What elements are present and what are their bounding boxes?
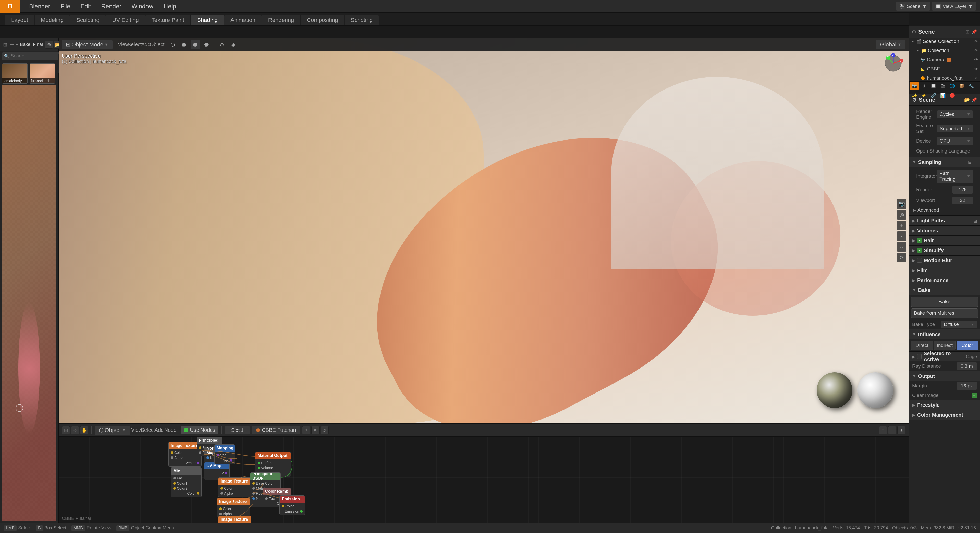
- node-select-btn[interactable]: Select: [143, 426, 152, 435]
- view-layer-btn[interactable]: 🔲: [929, 82, 938, 90]
- cbbe-eye[interactable]: 👁: [974, 67, 978, 71]
- tab-scripting[interactable]: Scripting: [345, 15, 379, 25]
- asset-item-2[interactable]: futanari_schl...: [30, 63, 55, 84]
- render-samples-input[interactable]: 128: [953, 186, 973, 194]
- bake-header[interactable]: ▼ Bake: [909, 286, 980, 295]
- viewport-3d[interactable]: ⊞ Object Mode ▼ View Select Add Object ⬡…: [59, 38, 908, 424]
- data-btn[interactable]: 📊: [939, 91, 947, 100]
- node-node-btn[interactable]: Node: [165, 426, 175, 435]
- ray-distance-input[interactable]: 0.3 m: [956, 362, 977, 370]
- influence-header[interactable]: ▼ Influence: [909, 330, 980, 339]
- node-view-btn[interactable]: View: [132, 426, 141, 435]
- node-2[interactable]: Mix Fac Color1 Color2 Color: [171, 467, 202, 497]
- output-header[interactable]: ▼ Output: [909, 371, 980, 381]
- node-10[interactable]: Image Texture Color Alpha: [217, 498, 250, 518]
- collection-item-1[interactable]: ▼ 📁 Collection 👁: [909, 46, 980, 55]
- camera-view-icon[interactable]: 📷: [897, 199, 907, 209]
- freestyle-header[interactable]: ▶ Freestyle: [909, 400, 980, 410]
- menu-blender[interactable]: Blender: [24, 1, 55, 11]
- props-pin-btn[interactable]: 📌: [971, 97, 977, 103]
- sampling-header[interactable]: ▼ Sampling ⊞ ⋮: [909, 157, 980, 167]
- bake-btn[interactable]: Bake: [911, 297, 978, 307]
- material-preview-btn[interactable]: ⬢: [191, 40, 200, 49]
- menu-edit[interactable]: Edit: [76, 1, 95, 11]
- cm-header[interactable]: ▶ Color Management: [909, 410, 980, 420]
- new-material-btn[interactable]: +: [302, 426, 310, 434]
- material-selector[interactable]: CBBE Futanari: [252, 426, 300, 434]
- asset-item[interactable]: femalebody_...: [2, 63, 27, 84]
- node-8[interactable]: Image Texture Color Alpha: [218, 477, 251, 497]
- indirect-btn[interactable]: Indirect: [934, 341, 956, 350]
- performance-header[interactable]: ▶ Performance: [909, 275, 980, 285]
- camera-eye[interactable]: 👁: [974, 58, 978, 62]
- hair-header[interactable]: ▶ ✓ Hair: [909, 236, 980, 245]
- bake-from-btn[interactable]: Bake from Multires: [911, 308, 978, 318]
- node-mode-btn[interactable]: ⊞: [62, 426, 70, 434]
- rendered-btn[interactable]: ⬣: [202, 40, 211, 49]
- tab-modeling[interactable]: Modeling: [35, 15, 70, 25]
- object-mode-btn[interactable]: ⊞ Object Mode ▼: [62, 40, 113, 49]
- object-props-btn[interactable]: 📦: [957, 82, 966, 90]
- tab-animation[interactable]: Animation: [224, 15, 262, 25]
- pan-icon[interactable]: ↔: [897, 242, 907, 252]
- device-select[interactable]: CPU ▼: [937, 137, 973, 145]
- render-engine-select[interactable]: Cycles ▼: [937, 110, 973, 118]
- tab-compositing[interactable]: Compositing: [301, 15, 344, 25]
- node-canvas[interactable]: Image Texture Color Alpha Vector Mix Fac…: [59, 436, 908, 523]
- volumes-header[interactable]: ▶ Volumes: [909, 226, 980, 235]
- scene-dropdown[interactable]: 🎬 Scene ▼: [896, 2, 930, 11]
- advanced-row[interactable]: ▶ Advanced: [912, 206, 977, 214]
- film-header[interactable]: ▶ Film: [909, 265, 980, 275]
- node-type-btn[interactable]: ⬡ Object ▼: [95, 426, 130, 435]
- sta-checkbox[interactable]: [917, 354, 921, 359]
- tab-layout[interactable]: Layout: [5, 15, 34, 25]
- node-menu-extra[interactable]: ⊞: [897, 426, 905, 434]
- select-btn[interactable]: Select: [130, 40, 139, 49]
- add-workspace-btn[interactable]: +: [379, 15, 391, 25]
- node-zoom-in[interactable]: +: [879, 426, 887, 434]
- xray-btn[interactable]: ◈: [229, 40, 238, 49]
- slot-selector[interactable]: Slot 1: [224, 427, 250, 434]
- mb-checkbox[interactable]: [917, 258, 922, 263]
- modifier-btn[interactable]: 🔧: [967, 82, 975, 90]
- new-image-btn[interactable]: ⊕: [45, 41, 53, 49]
- simplify-header[interactable]: ▶ ✓ Simplify: [909, 246, 980, 255]
- menu-help[interactable]: Help: [159, 1, 181, 11]
- use-nodes-toggle[interactable]: Use Nodes: [181, 426, 218, 434]
- menu-file[interactable]: File: [56, 1, 75, 11]
- browse-material-btn[interactable]: ⟳: [321, 426, 329, 434]
- object-btn[interactable]: Object: [153, 40, 162, 49]
- scene-coll-eye[interactable]: 👁: [974, 39, 978, 43]
- del-material-btn[interactable]: ✕: [311, 426, 320, 434]
- direct-btn[interactable]: Direct: [911, 341, 933, 350]
- light-paths-header[interactable]: ▶ Light Paths ⊞: [909, 216, 980, 225]
- material-btn[interactable]: 🔴: [948, 91, 956, 100]
- add-btn[interactable]: Add: [142, 40, 151, 49]
- props-browse-btn[interactable]: 📂: [964, 97, 970, 103]
- collection-camera[interactable]: 📷 Camera 👁: [909, 55, 980, 64]
- node-select-tool[interactable]: ⊹: [71, 426, 79, 434]
- orient-gizmo[interactable]: X Y Z: [883, 53, 904, 73]
- hair-checkbox[interactable]: ✓: [917, 238, 922, 243]
- props-expand-icon[interactable]: ⊞: [966, 29, 969, 35]
- margin-input[interactable]: 16 px: [956, 382, 977, 390]
- collection-human[interactable]: 🔶 humancock_futa 👁: [909, 73, 980, 82]
- bake-action-btn[interactable]: Bake: [911, 297, 978, 307]
- coll-1-eye[interactable]: 👁: [974, 48, 978, 52]
- bake-type-select[interactable]: Diffuse ▼: [941, 320, 977, 328]
- zoom-out-icon[interactable]: -: [897, 231, 907, 241]
- overlay-btn[interactable]: ⊕: [218, 40, 227, 49]
- collection-cbbe[interactable]: 📐 CBBE 👁: [909, 64, 980, 73]
- tab-rendering[interactable]: Rendering: [262, 15, 301, 25]
- motion-blur-header[interactable]: ▶ Motion Blur: [909, 255, 980, 265]
- output-props-btn[interactable]: 🖨: [920, 82, 928, 90]
- sampling-more-icon[interactable]: ⋮: [973, 160, 977, 165]
- menu-render[interactable]: Render: [97, 1, 126, 11]
- tab-uv-editing[interactable]: UV Editing: [106, 15, 145, 25]
- node-6[interactable]: Mapping Vec Vec: [215, 444, 235, 464]
- feature-set-select[interactable]: Supported ▼: [937, 125, 973, 132]
- render-props-btn[interactable]: 📷: [910, 82, 919, 90]
- node-12[interactable]: Emission Color Emission: [280, 495, 305, 515]
- focus-icon[interactable]: ◎: [897, 210, 907, 220]
- node-add-btn[interactable]: Add: [154, 426, 164, 435]
